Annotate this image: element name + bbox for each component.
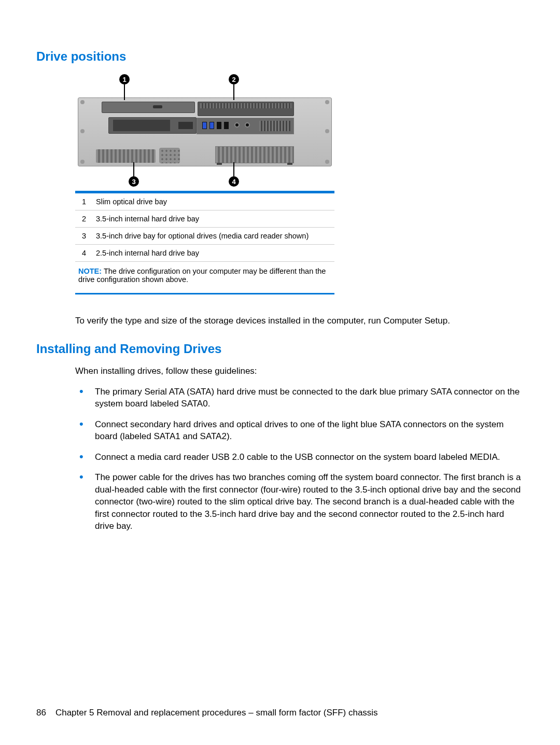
- guideline-item: Connect a media card reader USB 2.0 cabl…: [79, 451, 524, 463]
- note-label: NOTE:: [78, 267, 102, 275]
- legend-table: 1 Slim optical drive bay 2 3.5-inch inte…: [75, 193, 334, 288]
- callout-badge-4: 4: [229, 176, 239, 187]
- front-io-ports: [197, 118, 294, 134]
- bay-3-5-optional-media-reader: [108, 117, 197, 134]
- legend-bottom-rule: [75, 293, 334, 294]
- vent-bottom-left: [96, 149, 156, 163]
- section-heading-drive-positions: Drive positions: [36, 49, 524, 64]
- legend-num: 4: [75, 245, 93, 262]
- callout-line-2: [233, 85, 234, 100]
- bay-slim-optical: [102, 102, 195, 113]
- legend-row-4: 4 2.5-inch internal hard drive bay: [75, 245, 334, 262]
- callout-badge-1: 1: [119, 74, 130, 85]
- legend-num: 1: [75, 193, 93, 210]
- drive-positions-diagram: 1 2 3 4: [75, 74, 334, 191]
- bay-3-5-internal-hdd: [198, 102, 294, 116]
- legend-num: 3: [75, 228, 93, 245]
- note-text: The drive configuration on your computer…: [78, 267, 326, 284]
- callout-badge-3: 3: [129, 176, 139, 187]
- callout-line-3: [133, 162, 134, 176]
- legend-note-cell: NOTE: The drive configuration on your co…: [75, 262, 334, 288]
- legend-num: 2: [75, 210, 93, 228]
- guidelines-intro: When installing drives, follow these gui…: [75, 366, 524, 377]
- section-heading-installing-removing-drives: Installing and Removing Drives: [36, 342, 524, 356]
- drive-positions-figure-block: 1 2 3 4: [75, 74, 334, 294]
- guideline-item: The primary Serial ATA (SATA) hard drive…: [79, 386, 524, 410]
- vent-round: [159, 148, 180, 163]
- legend-text: 2.5-inch internal hard drive bay: [93, 245, 334, 262]
- legend-row-1: 1 Slim optical drive bay: [75, 193, 334, 210]
- page-number: 86: [36, 708, 46, 718]
- legend-text: 3.5-inch drive bay for optional drives (…: [93, 228, 334, 245]
- footer-chapter-text: Chapter 5 Removal and replacement proced…: [55, 708, 378, 718]
- guideline-item: Connect secondary hard drives and optica…: [79, 418, 524, 443]
- legend-note-row: NOTE: The drive configuration on your co…: [75, 262, 334, 288]
- bay-2-5-internal-hdd: [215, 146, 294, 163]
- page-footer: 86 Chapter 5 Removal and replacement pro…: [36, 708, 524, 718]
- legend-row-3: 3 3.5-inch drive bay for optional drives…: [75, 228, 334, 245]
- legend-text: Slim optical drive bay: [93, 193, 334, 210]
- guidelines-list: The primary Serial ATA (SATA) hard drive…: [79, 386, 524, 532]
- guideline-item: The power cable for the drives has two b…: [79, 471, 524, 532]
- legend-row-2: 2 3.5-inch internal hard drive bay: [75, 210, 334, 228]
- callout-line-1: [124, 85, 125, 100]
- callout-line-4: [233, 162, 234, 176]
- callout-badge-2: 2: [229, 74, 239, 85]
- legend-text: 3.5-inch internal hard drive bay: [93, 210, 334, 228]
- verify-text: To verify the type and size of the stora…: [75, 315, 524, 327]
- chassis-illustration: [78, 97, 332, 166]
